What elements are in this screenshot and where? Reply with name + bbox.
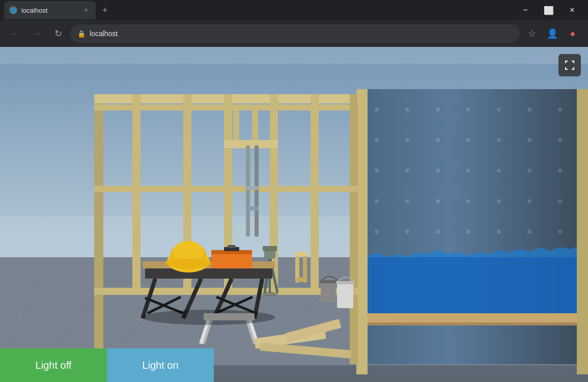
svg-point-46 [466, 230, 470, 234]
navbar: ← → ↻ 🔒 localhost ☆ 👤 ● [0, 20, 588, 47]
lock-icon: 🔒 [77, 30, 86, 38]
svg-point-32 [466, 169, 470, 173]
svg-point-15 [375, 107, 379, 112]
svg-point-17 [436, 107, 440, 112]
svg-point-49 [558, 230, 562, 234]
svg-point-47 [497, 230, 501, 234]
svg-rect-69 [94, 186, 359, 192]
reload-button[interactable]: ↻ [49, 24, 67, 43]
svg-rect-97 [228, 245, 236, 248]
address-text: localhost [90, 30, 513, 38]
svg-rect-82 [295, 252, 307, 256]
favorite-button[interactable]: ☆ [523, 24, 541, 43]
svg-point-23 [405, 138, 409, 142]
extension-button[interactable]: ● [564, 24, 582, 43]
svg-rect-64 [350, 94, 358, 364]
svg-point-40 [497, 199, 501, 203]
svg-point-79 [262, 292, 278, 296]
svg-rect-54 [577, 89, 588, 374]
svg-point-33 [497, 169, 501, 173]
bottom-buttons: Light off Light on [0, 348, 588, 382]
light-off-button[interactable]: Light off [0, 348, 107, 382]
back-button[interactable]: ← [6, 24, 24, 43]
svg-point-29 [375, 169, 379, 173]
svg-point-44 [405, 230, 409, 234]
svg-point-16 [405, 107, 409, 112]
profile-button[interactable]: 👤 [543, 24, 562, 43]
svg-rect-86 [337, 283, 353, 308]
forward-button[interactable]: → [27, 24, 46, 43]
svg-point-41 [527, 199, 531, 203]
svg-point-27 [527, 138, 531, 142]
svg-rect-70 [246, 145, 250, 237]
close-button[interactable]: × [561, 2, 584, 18]
svg-point-30 [405, 169, 409, 173]
svg-rect-63 [311, 94, 319, 293]
svg-point-18 [466, 107, 470, 112]
scene-svg [0, 47, 588, 382]
svg-point-93 [165, 258, 212, 268]
svg-rect-83 [295, 278, 307, 282]
minimize-button[interactable]: − [514, 2, 537, 18]
content-area: Light off Light on [0, 47, 588, 382]
active-tab[interactable]: 🌐 localhost × [4, 1, 96, 19]
svg-point-39 [466, 199, 470, 203]
svg-point-31 [436, 169, 440, 173]
tab-favicon: 🌐 [9, 6, 17, 14]
svg-point-36 [375, 199, 379, 203]
svg-rect-73 [246, 206, 259, 210]
new-tab-button[interactable]: + [98, 3, 112, 17]
svg-rect-65 [224, 140, 278, 148]
svg-point-21 [558, 107, 562, 112]
tab-close-button[interactable]: × [81, 6, 91, 15]
svg-point-19 [497, 107, 501, 112]
svg-rect-94 [211, 252, 252, 268]
nav-right-buttons: ☆ 👤 ● [523, 24, 582, 43]
svg-point-34 [527, 169, 531, 173]
svg-point-43 [375, 230, 379, 234]
window-controls: − ⬜ × [514, 2, 584, 18]
svg-rect-50 [356, 257, 588, 318]
svg-rect-72 [246, 186, 259, 190]
fullscreen-icon [564, 59, 576, 71]
svg-point-45 [436, 230, 440, 234]
titlebar: 🌐 localhost × + − ⬜ × [0, 0, 588, 20]
svg-rect-66 [233, 104, 239, 140]
tabs-area: 🌐 localhost × + [4, 0, 512, 20]
address-bar[interactable]: 🔒 localhost [70, 24, 520, 43]
svg-rect-87 [336, 281, 354, 284]
fullscreen-button[interactable] [558, 54, 581, 76]
svg-rect-59 [132, 94, 141, 293]
svg-rect-84 [321, 282, 336, 302]
svg-point-48 [527, 230, 531, 234]
svg-point-24 [436, 138, 440, 142]
svg-point-42 [558, 199, 562, 203]
svg-point-22 [375, 138, 379, 142]
tab-title: localhost [21, 7, 77, 14]
svg-rect-78 [263, 246, 277, 251]
svg-point-25 [466, 138, 470, 142]
svg-point-114 [143, 310, 275, 325]
maximize-button[interactable]: ⬜ [537, 2, 561, 18]
svg-point-20 [527, 107, 531, 112]
svg-rect-56 [94, 94, 103, 364]
svg-point-26 [497, 138, 501, 142]
svg-point-37 [405, 199, 409, 203]
svg-rect-67 [252, 104, 258, 140]
svg-point-35 [558, 169, 562, 173]
svg-point-38 [436, 199, 440, 203]
svg-point-28 [558, 138, 562, 142]
light-on-button[interactable]: Light on [107, 348, 214, 382]
svg-rect-53 [356, 89, 368, 374]
svg-rect-71 [255, 145, 259, 237]
svg-rect-88 [145, 267, 272, 279]
svg-rect-51 [356, 313, 588, 322]
svg-rect-52 [356, 322, 588, 325]
svg-rect-85 [320, 280, 337, 283]
